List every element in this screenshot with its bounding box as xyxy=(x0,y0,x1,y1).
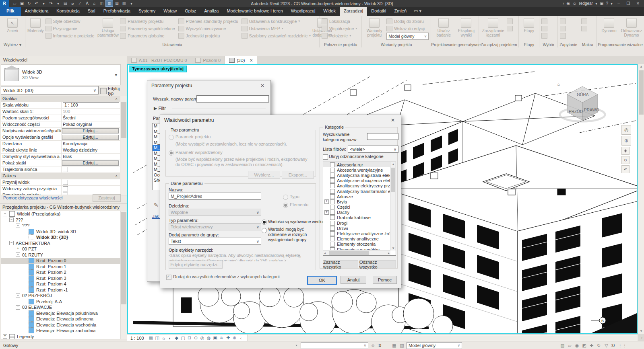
mep-settings-icon[interactable]: Ustawienia MEP▾ xyxy=(242,25,311,31)
visual-style-icon[interactable]: ◫ xyxy=(155,335,160,341)
tree-expander-icon[interactable]: − xyxy=(16,294,20,298)
tab-opisz[interactable]: Opisz xyxy=(181,7,200,16)
orbit-icon[interactable]: ↻ xyxy=(621,156,630,164)
select-by-id-button[interactable] xyxy=(560,25,566,31)
switch-windows-icon[interactable]: ▥ xyxy=(121,0,128,6)
filter-icon[interactable]: ▽ xyxy=(603,343,609,348)
project-units-icon[interactable]: Jednostki projektu xyxy=(178,33,240,39)
category-checkbox[interactable] xyxy=(330,194,335,199)
open-icon[interactable]: ▱ xyxy=(11,0,18,6)
browser-tree-item[interactable]: Rzut: Poziom -1 xyxy=(1,287,121,293)
active-design-option-status-select[interactable]: Model główny xyxy=(407,342,462,349)
browser-tree-item[interactable]: Rzut: Poziom 3 xyxy=(1,275,121,281)
detail-level-icon[interactable]: ▦ xyxy=(148,335,154,341)
default-3d-view-icon[interactable]: ⌂ xyxy=(91,0,98,6)
view-tab-sheet[interactable]: A.01 - RZUT POZIOMU 0 xyxy=(127,56,191,64)
browser-tree-item[interactable]: Widok 3D: {3D} xyxy=(1,234,121,240)
pick-to-edit-icon[interactable]: Wskaż do edycji xyxy=(386,25,429,31)
sync-with-central-icon[interactable]: ↻ xyxy=(26,0,33,6)
viewcube[interactable]: GÓRA PRZÓD PRAWO ⌂ xyxy=(550,78,615,128)
background-processes-icon[interactable]: ↻ xyxy=(596,343,602,348)
category-expander-icon[interactable]: + xyxy=(324,199,329,204)
category-row[interactable]: Elementy analityczne xyxy=(323,236,390,242)
hide-unchecked-checkbox[interactable] xyxy=(323,154,328,160)
browser-tree-item[interactable]: + 00 PZT xyxy=(1,246,121,252)
lock-3d-view-icon[interactable]: ⊙ xyxy=(193,335,199,341)
browser-tree-item[interactable]: − Widoki (Przeglądarka) xyxy=(1,211,121,217)
group-under-select[interactable]: Tekst xyxy=(169,238,261,245)
parameters-service-button[interactable]: Usługa parametrów xyxy=(97,17,118,37)
steering-wheel-icon[interactable]: ◎ xyxy=(621,125,631,135)
param-type-select[interactable]: Tekst wielowierszowy xyxy=(169,223,261,230)
tab-analiza[interactable]: Analiza xyxy=(200,7,223,16)
browser-tree-item[interactable]: Przekrój: A-A xyxy=(1,299,121,305)
tab-wstaw[interactable]: Wstaw xyxy=(159,7,181,16)
pan-icon[interactable]: ✚ xyxy=(621,147,630,155)
browser-tree-item[interactable]: Elewacja: Elewacja zachodnia xyxy=(1,328,121,334)
scroll-up-icon[interactable]: ▲ xyxy=(638,64,644,70)
tab-zmien[interactable]: Zmień xyxy=(390,7,411,16)
category-checkbox[interactable] xyxy=(330,236,335,241)
tab-architektura[interactable]: Architektura xyxy=(21,7,53,16)
create-study-button[interactable]: Utwórz badanie xyxy=(433,17,454,37)
save-icon[interactable]: ▣ xyxy=(19,0,25,6)
browser-tree-item[interactable]: − 02 PRZEKRÓJ xyxy=(1,293,121,299)
decal-types-button[interactable] xyxy=(507,25,513,31)
save-selection-button[interactable] xyxy=(541,18,547,24)
browser-tree-item[interactable]: Rzut: Poziom 1 xyxy=(1,264,121,270)
category-row[interactable]: Arkusze xyxy=(323,194,390,199)
structural-settings-icon[interactable]: Ustawienia konstrukcyjne▾ xyxy=(242,18,311,24)
project-parameters-icon[interactable]: Parametry projektu xyxy=(120,18,176,24)
properties-scrollbar[interactable] xyxy=(120,96,127,195)
edit-tooltip-button[interactable]: Edytuj etykietę narzędzi... xyxy=(169,261,223,269)
help-icon[interactable]: ? xyxy=(606,1,608,6)
help-button[interactable]: Pomoc xyxy=(373,276,397,284)
type-selector-caret-icon[interactable]: ▾ xyxy=(115,72,120,78)
collapse-bar-icon[interactable]: ‹ xyxy=(238,335,244,341)
close-dialog-icon[interactable]: ✕ xyxy=(258,83,266,88)
temporary-view-properties-icon[interactable]: ▣ xyxy=(213,335,218,341)
undo-icon[interactable]: ↶ xyxy=(33,0,40,6)
category-checkbox[interactable] xyxy=(330,210,335,215)
property-value[interactable]: Edytuj... xyxy=(62,128,120,134)
customize-qat-icon[interactable]: ▾ xyxy=(128,0,135,6)
drag-on-selection-toggle[interactable]: ✚ xyxy=(588,343,594,348)
property-value[interactable] xyxy=(62,186,120,192)
scroll-right-icon[interactable]: › xyxy=(641,336,642,340)
tab-file[interactable]: Plik xyxy=(0,7,21,16)
tree-expander-icon[interactable]: − xyxy=(9,241,14,245)
browser-tree-item[interactable]: − ??? xyxy=(1,223,121,229)
restore-button[interactable]: ❐ xyxy=(625,1,632,6)
category-row[interactable]: Analityczne obciążenia elektryc... xyxy=(323,178,390,183)
browser-scrollbar[interactable] xyxy=(120,211,127,339)
ok-button[interactable]: OK xyxy=(307,276,337,285)
category-checkbox[interactable] xyxy=(330,199,335,204)
tree-expander-icon[interactable]: − xyxy=(16,253,20,257)
explore-outcomes-button[interactable]: Eksploruj wyniki xyxy=(456,17,477,37)
close-button[interactable]: ✕ xyxy=(634,1,642,6)
vertical-scrollbar[interactable]: ▲ ▼ xyxy=(638,64,644,334)
select-shared-button[interactable]: Wybierz... xyxy=(248,171,280,179)
tab-widok[interactable]: Widok xyxy=(319,7,340,16)
close-view-tab-icon[interactable]: ✕ xyxy=(250,58,253,63)
warnings-button[interactable] xyxy=(560,33,566,39)
property-value[interactable]: 1 : 100 xyxy=(62,102,120,108)
design-options-edit-icon[interactable]: ▧ xyxy=(399,343,405,348)
property-value[interactable]: Według dziedziny xyxy=(62,147,120,153)
editing-requests-icon[interactable]: ☺ xyxy=(370,343,376,348)
property-value[interactable] xyxy=(17,96,120,102)
tab-modelowanie[interactable]: Modelowanie bryłowe i teren xyxy=(223,7,287,16)
browser-tree-item[interactable]: Elewacja: Elewacja południowa xyxy=(1,310,121,316)
select-by-face-toggle[interactable]: ◩ xyxy=(581,343,587,348)
macro-manager-button[interactable] xyxy=(581,18,587,24)
snaps-icon[interactable]: Przyciąganie xyxy=(45,25,96,31)
category-checkbox[interactable] xyxy=(330,215,335,220)
browser-tree-item[interactable]: − ??? xyxy=(1,217,121,223)
property-value[interactable] xyxy=(16,173,120,179)
browser-tree-item[interactable]: Elewacja: Elewacja wschodnia xyxy=(1,322,121,328)
crop-view-icon[interactable]: ▢ xyxy=(180,335,186,341)
minimize-button[interactable]: – xyxy=(615,1,622,6)
category-list[interactable]: Akcesoria rur Akcesoria wentylacyjne Ana… xyxy=(323,162,396,256)
horizontal-scrollbar[interactable]: › xyxy=(248,336,637,341)
browser-tree-item[interactable]: + Legendy xyxy=(1,334,121,340)
